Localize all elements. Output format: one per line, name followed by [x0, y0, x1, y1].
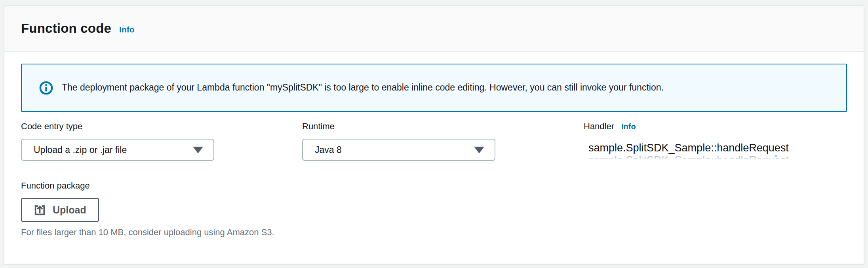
runtime-label: Runtime — [302, 121, 335, 132]
handler-info-link[interactable]: Info — [621, 122, 636, 131]
upload-button[interactable]: Upload — [21, 198, 99, 222]
code-entry-type-value: Upload a .zip or .jar file — [34, 145, 127, 155]
handler-value[interactable]: sample.SplitSDK_Sample::handleRequest — [584, 142, 847, 154]
runtime-value: Java 8 — [315, 145, 342, 155]
code-entry-type-select[interactable]: Upload a .zip or .jar file — [21, 139, 214, 161]
handler-field: Handler Info sample.SplitSDK_Sample::han… — [584, 121, 847, 161]
code-entry-type-field: Code entry type Upload a .zip or .jar fi… — [21, 121, 302, 161]
panel-info-link[interactable]: Info — [119, 25, 134, 34]
chevron-down-icon — [474, 147, 484, 153]
text-cursor-artifact — [775, 155, 777, 157]
handler-label: Handler — [584, 121, 614, 132]
function-code-panel: Function code Info The deployment packag… — [4, 6, 864, 264]
inline-editing-alert: The deployment package of your Lambda fu… — [21, 64, 847, 112]
fields-row: Code entry type Upload a .zip or .jar fi… — [21, 121, 847, 161]
handler-value-clipped-artifact: sample.SplitSDK_Sample::handleRequest — [584, 154, 847, 159]
panel-body: The deployment package of your Lambda fu… — [4, 52, 864, 238]
upload-button-label: Upload — [53, 204, 86, 216]
function-package-section: Function package Upload For files larger… — [21, 181, 847, 238]
alert-message: The deployment package of your Lambda fu… — [62, 82, 664, 94]
runtime-select[interactable]: Java 8 — [302, 139, 495, 161]
chevron-down-icon — [193, 147, 203, 153]
panel-header: Function code Info — [4, 6, 864, 52]
panel-title: Function code — [21, 21, 111, 36]
code-entry-type-label: Code entry type — [21, 121, 82, 132]
runtime-field: Runtime Java 8 — [302, 121, 584, 161]
info-circle-icon — [39, 81, 53, 95]
upload-size-hint: For files larger than 10 MB, consider up… — [21, 227, 847, 238]
upload-icon — [34, 204, 46, 216]
function-package-label: Function package — [21, 181, 90, 191]
